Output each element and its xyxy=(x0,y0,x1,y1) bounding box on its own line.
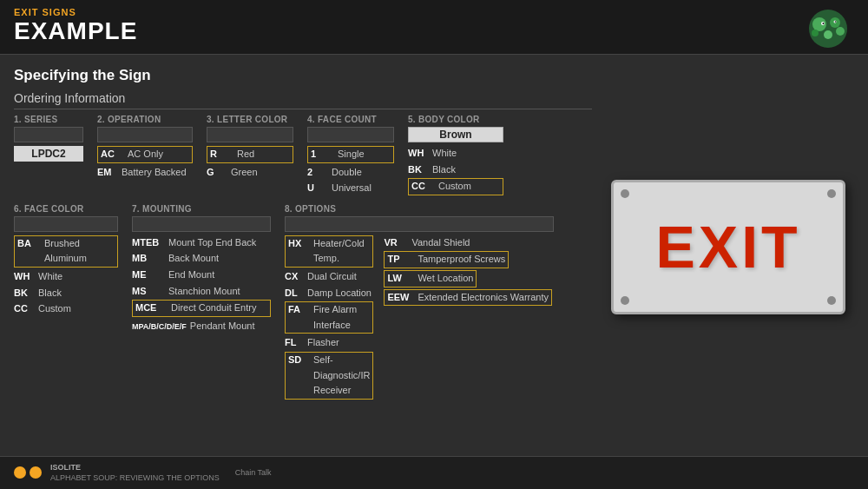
opt2-desc-0: Vandal Shield xyxy=(411,235,470,251)
bc-item-1: BK Black xyxy=(408,162,503,178)
bottom-nav: Chain Talk xyxy=(235,467,272,479)
opt-item-4: FL Flasher xyxy=(285,335,373,351)
fc-desc-0: Single xyxy=(338,147,365,162)
options-col: 8. OPTIONS HX Heater/Cold Temp. CX Dual … xyxy=(285,204,592,401)
sign-corner-tr xyxy=(827,189,836,198)
bc-code-0: WH xyxy=(408,146,429,162)
fc-desc-1: Double xyxy=(332,165,362,181)
fc-code-1: 2 xyxy=(307,165,328,181)
bc-desc-2: Custom xyxy=(438,179,471,195)
face-count-col: 4. FACE COUNT 1 Single 2 Double U Univer… xyxy=(307,115,394,197)
body-color-header: 5. BODY COLOR xyxy=(408,115,503,124)
lc-desc-1: Green xyxy=(231,165,258,181)
fcc-item-3: CC Custom xyxy=(14,301,118,317)
opt-desc-4: Flasher xyxy=(307,335,339,351)
fcc-desc-0: Brushed Aluminum xyxy=(44,236,115,267)
mounting-col: 7. MOUNTING MTEB Mount Top End Back MB B… xyxy=(132,204,271,335)
mt-desc-4: Direct Conduit Entry xyxy=(171,301,256,316)
row1: 1. SERIES LPDC2 2. OPERATION AC AC Only … xyxy=(14,115,592,197)
bottom-dot-2 xyxy=(30,466,42,479)
fcc-code-2: BK xyxy=(14,286,35,301)
fc-item-1: 2 Double xyxy=(307,165,394,181)
fcc-item-2: BK Black xyxy=(14,286,118,301)
mt-code-3: MS xyxy=(132,284,165,300)
opt2-code-2: LW xyxy=(387,271,411,287)
svg-point-8 xyxy=(823,23,825,24)
body-color-col: 5. BODY COLOR Brown WH White BK Black CC… xyxy=(408,115,503,196)
fc-item-2: U Universal xyxy=(307,181,394,196)
opt-item-0: HX Heater/Cold Temp. xyxy=(285,235,373,268)
fcc-code-1: WH xyxy=(14,269,35,285)
opt-item-2: DL Damp Location xyxy=(285,286,373,301)
fcc-code-3: CC xyxy=(14,301,35,317)
fcc-desc-1: White xyxy=(38,269,62,285)
lc-code-0: R xyxy=(210,147,231,162)
bc-desc-1: Black xyxy=(432,162,456,178)
mt-desc-2: End Mount xyxy=(168,268,214,283)
opt2-item-0: VR Vandal Shield xyxy=(384,235,592,251)
opt2-desc-2: Wet Location xyxy=(418,271,473,287)
options-grid: HX Heater/Cold Temp. CX Dual Circuit DL … xyxy=(285,235,592,401)
lc-item-1: G Green xyxy=(207,165,293,181)
op-code-0: AC xyxy=(101,147,122,162)
series-col: 1. SERIES LPDC2 xyxy=(14,115,83,162)
bottom-company: ISOLITE xyxy=(50,462,220,473)
series-input-bar xyxy=(14,127,83,142)
svg-point-5 xyxy=(836,27,845,36)
opt2-desc-3: Extended Electronics Warranty xyxy=(418,290,549,306)
opt-desc-1: Dual Circuit xyxy=(307,269,357,285)
options-header: 8. OPTIONS xyxy=(285,204,592,214)
options-col1: HX Heater/Cold Temp. CX Dual Circuit DL … xyxy=(285,235,373,401)
letter-color-col: 3. LETTER COLOR R Red G Green xyxy=(207,115,293,181)
op-desc-1: Battery Backed xyxy=(122,165,187,181)
opt-item-3: FA Fire Alarm Interface xyxy=(285,301,373,334)
series-header: 1. SERIES xyxy=(14,115,83,124)
operation-input-bar xyxy=(97,127,193,142)
header: EXIT SIGNS EXAMPLE xyxy=(0,0,868,55)
fc-code-0: 1 xyxy=(311,147,332,162)
logo xyxy=(802,7,854,50)
opt-desc-3: Fire Alarm Interface xyxy=(313,302,370,333)
mt-item-2: ME End Mount xyxy=(132,268,271,283)
svg-point-4 xyxy=(812,30,819,36)
sign-corner-bl xyxy=(621,296,629,305)
face-color-input-bar xyxy=(14,216,118,232)
bc-item-2: CC Custom xyxy=(408,178,503,195)
opt-item-1: CX Dual Circuit xyxy=(285,269,373,285)
letter-color-header: 3. LETTER COLOR xyxy=(207,115,293,124)
opt-code-5: SD xyxy=(288,353,307,368)
opt2-code-3: EEW xyxy=(387,290,411,306)
op-desc-0: AC Only xyxy=(128,147,163,162)
bottom-bar: ISOLITE ALPHABET SOUP: REVIEWING THE OPT… xyxy=(0,456,868,489)
lc-desc-0: Red xyxy=(237,147,254,162)
bottom-icons xyxy=(14,466,42,479)
sign-corner-br xyxy=(827,296,836,305)
mt-code-4: MCE xyxy=(135,301,165,316)
svg-point-3 xyxy=(824,30,832,39)
mt-item-4: MCE Direct Conduit Entry xyxy=(132,300,271,317)
fc-desc-2: Universal xyxy=(332,181,372,196)
opt-desc-2: Damp Location xyxy=(307,286,372,301)
sign-exit-text: EXIT xyxy=(655,213,800,281)
face-count-header: 4. FACE COUNT xyxy=(307,115,394,124)
opt2-code-0: VR xyxy=(384,235,408,251)
mt-item-0: MTEB Mount Top End Back xyxy=(132,235,271,251)
fcc-item-1: WH White xyxy=(14,269,118,285)
opt-code-4: FL xyxy=(285,335,304,351)
opt2-code-1: TP xyxy=(387,252,411,268)
opt2-item-2: LW Wet Location xyxy=(384,270,477,287)
face-color-header: 6. FACE COLOR xyxy=(14,204,118,214)
bottom-text: ISOLITE ALPHABET SOUP: REVIEWING THE OPT… xyxy=(50,462,220,484)
opt-code-2: DL xyxy=(285,286,304,301)
sign-corner-tl xyxy=(621,189,629,198)
svg-point-9 xyxy=(835,21,837,23)
operation-header: 2. OPERATION xyxy=(97,115,193,124)
series-value: LPDC2 xyxy=(14,146,83,162)
bc-desc-0: White xyxy=(432,146,457,162)
opt2-item-1: TP Tamperproof Screws xyxy=(384,251,509,268)
mt-desc-1: Back Mount xyxy=(168,251,219,267)
header-title: EXAMPLE xyxy=(14,17,854,45)
mt-item-1: MB Back Mount xyxy=(132,251,271,267)
letter-color-input-bar xyxy=(207,127,293,142)
options-col2: VR Vandal Shield TP Tamperproof Screws L… xyxy=(384,235,592,401)
